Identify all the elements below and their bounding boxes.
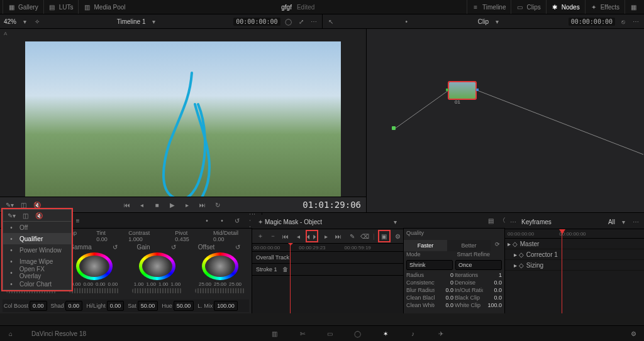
chevron-down-icon[interactable]: ▾ <box>20 17 29 26</box>
scopes-icon[interactable]: ▤ <box>487 216 496 225</box>
tab-nodes[interactable]: ✱Nodes <box>546 0 584 14</box>
magicmask-timeline[interactable]: 00:00:00:0000:00:29:2300:00:59:19 Overal… <box>252 244 403 313</box>
reset-icon[interactable]: ↺ <box>233 242 242 251</box>
mode-select[interactable]: Shrink <box>406 260 453 270</box>
split-icon[interactable]: ◫ <box>21 211 30 220</box>
overlay-menu-icon[interactable]: ✎▾ <box>5 200 14 209</box>
chevron-down-icon[interactable]: ▾ <box>619 217 628 226</box>
page-media[interactable]: ▥ <box>269 328 280 339</box>
lmix-field[interactable]: 100.00 <box>214 301 238 311</box>
dropdown-item-power-window[interactable]: •Power Window <box>3 244 71 256</box>
page-cut[interactable]: ✄ <box>297 328 308 339</box>
reset-icon[interactable]: ↺ <box>233 216 242 225</box>
dots-icon[interactable]: ⋯ <box>509 217 518 226</box>
refine-select[interactable]: Once <box>455 260 502 270</box>
chevron-down-icon[interactable]: ▾ <box>492 17 501 26</box>
settings-icon[interactable]: ⚙ <box>394 232 402 241</box>
dots-icon[interactable]: ⋯ <box>631 217 640 226</box>
add-stroke-icon[interactable]: ＋ <box>256 232 265 241</box>
eraser-icon[interactable]: ⌫ <box>360 232 369 241</box>
wipe-icon[interactable]: ✧ <box>33 17 42 26</box>
viewer-zoom[interactable]: 42% <box>4 18 16 25</box>
reset-icon[interactable]: ↺ <box>111 242 119 251</box>
stop-button[interactable]: ■ <box>152 200 162 210</box>
split-icon[interactable]: ◫ <box>19 200 28 209</box>
shad-field[interactable]: 0.00 <box>65 301 83 311</box>
dropdown-item-off[interactable]: •Off <box>3 222 71 233</box>
page-deliver[interactable]: ✈ <box>435 328 447 339</box>
dots-icon[interactable]: ⋯ <box>631 17 640 26</box>
keyframes-filter[interactable]: All <box>608 219 615 225</box>
color-wheel[interactable] <box>76 252 113 280</box>
viewer-image[interactable] <box>25 41 341 197</box>
clip-timecode[interactable]: 00:00:00:00 <box>569 18 615 26</box>
clip-label[interactable]: Clip <box>478 18 489 25</box>
color-wheel[interactable] <box>202 252 238 280</box>
prev-icon[interactable]: ◂ <box>294 232 303 241</box>
brush-icon[interactable]: ✎ <box>348 232 357 241</box>
tab-effects[interactable]: ✦Effects <box>585 0 623 14</box>
timeline-timecode[interactable]: 00:00:00:00 <box>233 18 280 26</box>
first-frame-button[interactable]: ⏮ <box>122 200 132 210</box>
next-frame-button[interactable]: ▸ <box>182 200 192 210</box>
track-reverse-button[interactable]: ⏴⏵ <box>306 230 318 242</box>
tab-lightbox[interactable]: ▦ <box>625 0 641 14</box>
remove-stroke-icon[interactable]: － <box>269 232 277 241</box>
mute-icon[interactable]: 🔇 <box>33 200 42 209</box>
chevron-down-icon[interactable]: ▾ <box>391 217 399 226</box>
viewer-timecode[interactable]: 01:01:29:06 <box>303 200 361 210</box>
dot-icon[interactable]: • <box>218 216 226 225</box>
jog-wheel[interactable] <box>132 288 182 293</box>
brush-icon[interactable]: ✎▾ <box>7 211 16 220</box>
dropdown-item-color-chart[interactable]: •Color Chart <box>3 278 71 290</box>
sat-field[interactable]: 50.00 <box>138 301 158 311</box>
reset-icon[interactable]: ↺ <box>169 242 178 251</box>
overlay-toggle-button[interactable]: ▣ <box>379 230 390 242</box>
prev-frame-button[interactable]: ◂ <box>137 200 147 210</box>
jog-wheel[interactable] <box>69 288 119 293</box>
cursor-icon[interactable]: ↖ <box>326 17 335 26</box>
last-icon[interactable]: ⏭ <box>334 232 343 241</box>
refresh-icon[interactable]: ⟳ <box>491 240 504 249</box>
expand-icon[interactable]: ⤢ <box>297 17 306 26</box>
render-cache-icon[interactable]: ◯ <box>284 17 293 26</box>
kf-playhead[interactable] <box>562 229 562 313</box>
kf-row-sizing[interactable]: ▸ ◇Sizing <box>505 260 644 271</box>
page-edit[interactable]: ▭ <box>325 328 336 339</box>
next-icon[interactable]: ▸ <box>321 232 330 241</box>
sliders-icon[interactable]: ≡ <box>74 216 82 225</box>
kf-row-master[interactable]: ▸ ◇Master <box>505 239 644 249</box>
track-overall[interactable]: Overall Track <box>252 252 403 264</box>
dropdown-item-qualifier[interactable]: •Qualifier <box>3 233 71 244</box>
mute-icon[interactable]: 🔇 <box>35 211 43 220</box>
home-icon[interactable]: ⌂ <box>6 329 15 338</box>
page-color[interactable]: ✶ <box>380 328 391 339</box>
tab-faster[interactable]: Faster <box>404 240 447 251</box>
jog-wheel[interactable] <box>195 288 245 293</box>
node-01[interactable] <box>448 82 476 99</box>
last-frame-button[interactable]: ⏭ <box>197 200 208 210</box>
dropdown-item-open-fx-overlay[interactable]: •Open FX Overlay <box>3 267 71 278</box>
tab-gallery[interactable]: ▦Gallery <box>3 0 42 14</box>
dot-icon[interactable]: • <box>203 216 211 225</box>
colboost-field[interactable]: 0.00 <box>30 301 47 311</box>
tab-clips[interactable]: ▭Clips <box>511 0 544 14</box>
overlay-dropdown[interactable]: ✎▾ ◫ 🔇 •Off•Qualifier•Power Window•Image… <box>3 209 72 290</box>
page-fusion[interactable]: ◯ <box>352 328 364 339</box>
kf-row-corrector1[interactable]: ▸ ◇Corrector 1 <box>505 249 644 260</box>
node-graph[interactable]: 01 <box>367 29 644 212</box>
hue-field[interactable]: 50.00 <box>174 301 194 311</box>
hilight-field[interactable]: 0.00 <box>107 301 125 311</box>
project-settings-icon[interactable]: ⚙ <box>629 329 638 338</box>
loop-button[interactable]: ↻ <box>213 200 223 210</box>
play-button[interactable]: ▶ <box>167 200 177 210</box>
timeline-name[interactable]: Timeline 1 <box>117 18 146 25</box>
first-icon[interactable]: ⏮ <box>281 232 290 241</box>
tab-better[interactable]: Better <box>447 240 491 251</box>
tab-mediapool[interactable]: ▥Media Pool <box>78 0 129 14</box>
link-icon[interactable]: ⎋ <box>619 17 628 26</box>
dots-icon[interactable]: ⋯ <box>309 17 318 26</box>
color-wheel[interactable] <box>139 252 175 280</box>
page-fairlight[interactable]: ♪ <box>408 328 419 339</box>
trash-icon[interactable]: 🗑 <box>281 265 290 274</box>
